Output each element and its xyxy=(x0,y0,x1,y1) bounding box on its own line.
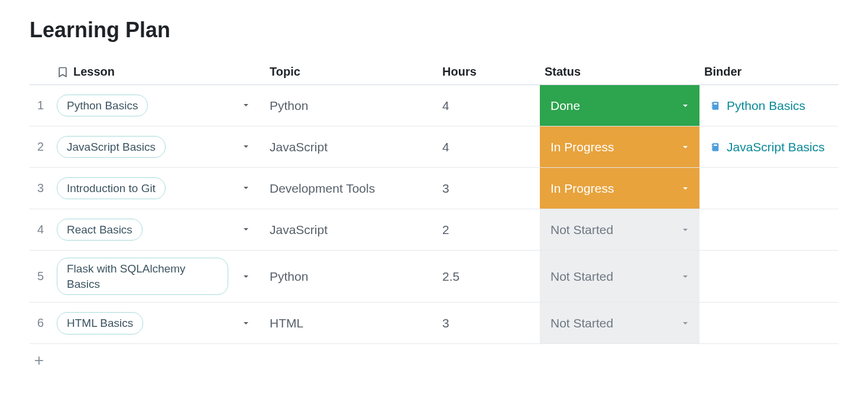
status-cell[interactable]: Not Started xyxy=(540,258,699,295)
status-select[interactable]: Not Started xyxy=(540,209,699,250)
lesson-cell[interactable]: Python Basics xyxy=(52,95,265,117)
lesson-pill[interactable]: Introduction to Git xyxy=(57,177,166,200)
table-row: 2 JavaScript Basics JavaScript 4 In Prog… xyxy=(30,126,838,168)
hours-cell[interactable]: 2.5 xyxy=(442,270,540,284)
table-row: 6 HTML Basics HTML 3 Not Started xyxy=(30,303,838,344)
lesson-dropdown-caret[interactable] xyxy=(242,143,260,150)
row-number: 3 xyxy=(30,181,52,195)
status-cell[interactable]: In Progress xyxy=(540,134,699,160)
hours-cell[interactable]: 4 xyxy=(442,99,540,113)
lesson-dropdown-caret[interactable] xyxy=(242,273,260,280)
plus-icon[interactable]: + xyxy=(30,352,52,369)
status-cell[interactable]: Done xyxy=(540,92,699,119)
lesson-pill[interactable]: JavaScript Basics xyxy=(57,136,166,158)
status-label: In Progress xyxy=(550,140,614,154)
status-dropdown-caret[interactable] xyxy=(682,102,689,109)
svg-rect-7 xyxy=(712,144,713,145)
status-select[interactable]: Not Started xyxy=(540,303,699,343)
lesson-dropdown-caret[interactable] xyxy=(242,184,260,191)
status-label: In Progress xyxy=(550,181,614,196)
hours-cell[interactable]: 3 xyxy=(442,316,540,330)
svg-rect-0 xyxy=(712,102,719,110)
lesson-cell[interactable]: JavaScript Basics xyxy=(52,136,265,158)
topic-cell[interactable]: JavaScript xyxy=(265,223,442,237)
topic-cell[interactable]: Python xyxy=(265,99,442,113)
table-row: 3 Introduction to Git Development Tools … xyxy=(30,168,838,209)
topic-cell[interactable]: JavaScript xyxy=(265,140,442,154)
table-row: 4 React Basics JavaScript 2 Not Started xyxy=(30,209,838,251)
status-label: Not Started xyxy=(550,223,613,237)
status-select[interactable]: In Progress xyxy=(540,168,699,209)
notebook-icon xyxy=(710,142,721,152)
bookmark-icon xyxy=(57,66,69,78)
binder-cell[interactable]: Python Basics xyxy=(699,99,838,113)
column-header-hours[interactable]: Hours xyxy=(442,65,540,79)
lesson-pill[interactable]: React Basics xyxy=(57,219,142,241)
row-number: 4 xyxy=(30,223,52,236)
status-dropdown-caret[interactable] xyxy=(682,185,689,192)
svg-rect-5 xyxy=(712,143,719,151)
column-header-binder[interactable]: Binder xyxy=(699,65,838,79)
lesson-dropdown-caret[interactable] xyxy=(242,226,260,233)
topic-cell[interactable]: HTML xyxy=(265,316,442,330)
lesson-cell[interactable]: Introduction to Git xyxy=(52,177,265,200)
column-header-hours-label: Hours xyxy=(442,65,477,79)
add-row[interactable]: + xyxy=(30,344,838,377)
binder-cell[interactable]: JavaScript Basics xyxy=(699,140,838,154)
status-dropdown-caret[interactable] xyxy=(682,320,689,327)
status-select[interactable]: In Progress xyxy=(540,126,699,167)
column-header-topic-label: Topic xyxy=(270,65,300,79)
lesson-cell[interactable]: React Basics xyxy=(52,219,265,241)
row-number: 2 xyxy=(30,140,52,154)
column-header-binder-label: Binder xyxy=(704,65,741,79)
binder-link[interactable]: Python Basics xyxy=(727,99,805,113)
status-cell[interactable]: Not Started xyxy=(540,216,699,243)
status-select[interactable]: Done xyxy=(540,85,699,126)
svg-rect-1 xyxy=(714,103,717,104)
column-header-lesson[interactable]: Lesson xyxy=(52,65,265,79)
svg-rect-3 xyxy=(712,105,713,106)
row-number: 6 xyxy=(30,316,52,330)
notebook-icon xyxy=(710,100,721,111)
svg-rect-4 xyxy=(712,107,713,108)
topic-cell[interactable]: Development Tools xyxy=(265,181,442,196)
svg-rect-8 xyxy=(712,146,713,147)
status-dropdown-caret[interactable] xyxy=(682,144,689,151)
lesson-dropdown-caret[interactable] xyxy=(242,102,260,109)
page-title: Learning Plan xyxy=(30,18,838,43)
column-header-lesson-label: Lesson xyxy=(73,65,115,79)
table-header-row: Lesson Topic Hours Status Binder xyxy=(30,59,838,85)
lesson-pill[interactable]: HTML Basics xyxy=(57,312,143,335)
column-header-topic[interactable]: Topic xyxy=(265,65,442,79)
table-row: 1 Python Basics Python 4 Done xyxy=(30,85,838,126)
svg-rect-6 xyxy=(714,144,717,145)
svg-rect-9 xyxy=(712,148,713,150)
hours-cell[interactable]: 3 xyxy=(442,181,540,196)
lesson-cell[interactable]: HTML Basics xyxy=(52,312,265,335)
lesson-dropdown-caret[interactable] xyxy=(242,320,260,327)
topic-cell[interactable]: Python xyxy=(265,270,442,284)
lesson-cell[interactable]: Flask with SQLAlchemy Basics xyxy=(52,258,265,295)
row-number: 5 xyxy=(30,270,52,283)
hours-cell[interactable]: 2 xyxy=(442,223,540,237)
status-label: Not Started xyxy=(550,270,613,284)
learning-plan-table: Lesson Topic Hours Status Binder 1 Pytho… xyxy=(30,59,838,377)
status-cell[interactable]: In Progress xyxy=(540,175,699,202)
svg-rect-2 xyxy=(712,102,713,103)
status-dropdown-caret[interactable] xyxy=(682,226,689,233)
column-header-status[interactable]: Status xyxy=(540,65,699,79)
column-header-status-label: Status xyxy=(545,65,581,79)
status-select[interactable]: Not Started xyxy=(540,251,699,302)
hours-cell[interactable]: 4 xyxy=(442,140,540,154)
row-number: 1 xyxy=(30,99,52,112)
lesson-pill[interactable]: Python Basics xyxy=(57,95,148,117)
lesson-pill[interactable]: Flask with SQLAlchemy Basics xyxy=(57,258,228,295)
status-label: Not Started xyxy=(550,316,613,330)
status-label: Done xyxy=(550,99,580,113)
status-dropdown-caret[interactable] xyxy=(682,273,689,280)
binder-link[interactable]: JavaScript Basics xyxy=(727,140,825,154)
table-row: 5 Flask with SQLAlchemy Basics Python 2.… xyxy=(30,251,838,303)
status-cell[interactable]: Not Started xyxy=(540,310,699,336)
